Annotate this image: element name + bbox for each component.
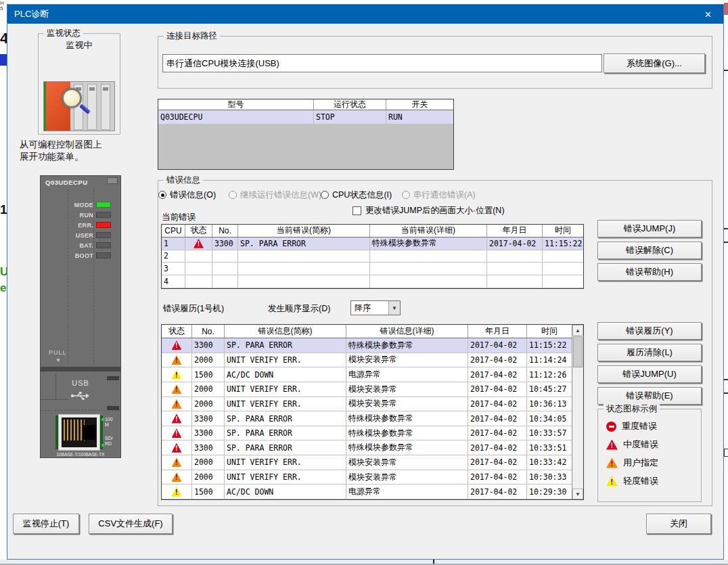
cell-status xyxy=(162,397,192,411)
history-help-button[interactable]: 错误帮助(E) xyxy=(597,387,702,405)
error-clear-button[interactable]: 错误解除(C) xyxy=(597,242,702,259)
cell-error-name: SP. PARA ERROR xyxy=(225,338,346,353)
error-history-row[interactable]: 3300SP. PARA ERROR特殊模块参数异常2017-04-0210:3… xyxy=(162,426,573,441)
error-history-row[interactable]: 3300SP. PARA ERROR特殊模块参数异常2017-04-0211:1… xyxy=(162,338,573,353)
plc-module-graphic[interactable]: Q03UDECPU MODERUNERR.USERBAT.BOOT PULL ▼… xyxy=(40,175,121,458)
cell-no: 3300 xyxy=(192,440,225,455)
current-error-row[interactable]: 3 xyxy=(162,263,583,275)
link-led xyxy=(101,444,104,447)
cell-run-status: STOP xyxy=(314,110,386,124)
module-row[interactable]: Q03UDECPUSTOPRUN xyxy=(158,110,453,125)
cell-error-name: AC/DC DOWN xyxy=(225,367,346,382)
close-button[interactable]: 关闭 xyxy=(646,514,711,534)
close-icon[interactable]: ✕ xyxy=(693,5,723,24)
connection-path-field[interactable]: 串行通信CPU模块连接(USB) xyxy=(162,54,602,72)
scroll-down-icon[interactable]: ▼ xyxy=(572,489,583,499)
ethernet-port xyxy=(58,414,100,451)
desktop-background: H 5 4 12 U e PLC诊断 ✕ 监视状态 监视中 xyxy=(0,0,728,565)
error-history-row[interactable]: 1500AC/DC DOWN电源异常2017-04-0211:12:26 xyxy=(162,367,573,382)
radio-icon[interactable] xyxy=(321,191,329,199)
cell-switch: RUN xyxy=(386,110,453,124)
current-error-row[interactable]: 4 xyxy=(162,275,583,288)
scrollbar-thumb[interactable] xyxy=(573,336,583,367)
current-error-buttons: 错误JUMP(J)错误解除(C)错误帮助(H) xyxy=(597,220,702,285)
link-led xyxy=(101,418,104,421)
cell-status xyxy=(162,411,192,426)
window-title: PLC诊断 xyxy=(7,8,49,20)
column-header: 时间 xyxy=(543,225,583,237)
ethernet-tab xyxy=(83,425,95,440)
error-jump-button[interactable]: 错误JUMP(J) xyxy=(597,220,702,238)
ethernet-jack xyxy=(62,417,97,447)
cell-status xyxy=(162,426,192,440)
title-bar[interactable]: PLC诊断 ✕ xyxy=(7,5,723,24)
error-history-row[interactable]: 2000UNIT VERIFY ERR.模块安装异常2017-04-0210:4… xyxy=(162,382,573,397)
cell-time xyxy=(543,250,583,263)
radio-option-3[interactable]: CPU状态信息(I) xyxy=(321,189,392,200)
cell-date: 2017-04-02 xyxy=(468,382,527,397)
user-specified-icon xyxy=(172,457,182,467)
led-row: RUN xyxy=(41,212,111,218)
chevron-down-icon[interactable]: ▼ xyxy=(388,301,400,315)
medium-error-icon xyxy=(606,440,618,450)
current-error-row[interactable]: 2 xyxy=(162,250,583,263)
bg-tick xyxy=(724,228,728,229)
checkbox-box[interactable] xyxy=(352,206,361,215)
cell-no: 2000 xyxy=(192,455,225,470)
system-image-button[interactable]: 系统图像(G)... xyxy=(604,53,705,73)
error-history-row[interactable]: 2000UNIT VERIFY ERR.模块安装异常2017-04-0211:1… xyxy=(162,353,573,368)
bg-fragment-text: H 5 xyxy=(0,1,4,12)
error-history-row[interactable]: 3300SP. PARA ERROR特殊模块参数异常2017-04-0210:3… xyxy=(162,411,573,426)
medium-error-icon xyxy=(172,443,182,453)
order-display-label: 发生顺序显示(D) xyxy=(268,303,330,315)
monitor-stop-button[interactable]: 监视停止(T) xyxy=(13,514,79,534)
cell-date xyxy=(487,263,543,275)
cell-time: 10:33:51 xyxy=(527,440,572,455)
connection-target-group-label: 连接目标路径 xyxy=(164,31,220,41)
error-history-row[interactable]: 2000UNIT VERIFY ERR.模块安装异常2017-04-0210:3… xyxy=(162,470,573,485)
error-history-row[interactable]: 1500AC/DC DOWN电源异常2017-04-0210:29:30 xyxy=(162,484,573,499)
column-header: 状态 xyxy=(185,225,212,237)
legend-item: 中度错误 xyxy=(606,438,658,451)
radio-label: CPU状态信息(I) xyxy=(332,189,392,201)
error-history-row[interactable]: 2000UNIT VERIFY ERR.模块安装异常2017-04-0210:3… xyxy=(162,397,573,412)
cell-cpu: 2 xyxy=(162,250,185,263)
background-bottom-strip xyxy=(0,560,728,565)
scroll-up-icon[interactable]: ▲ xyxy=(572,325,583,336)
cell-no: 2000 xyxy=(192,397,225,411)
radio-icon[interactable] xyxy=(158,191,166,199)
led-label: BAT. xyxy=(79,242,93,249)
order-combobox-value: 降序 xyxy=(351,301,388,315)
column-header: 年月日 xyxy=(487,225,543,237)
cell-time: 10:33:57 xyxy=(527,426,572,440)
cell-error-detail xyxy=(370,250,487,263)
cell-time: 10:36:13 xyxy=(527,397,572,411)
error-info-group-label: 错误信息 xyxy=(164,175,203,185)
radio-option-1[interactable]: 错误信息(O) xyxy=(158,189,216,200)
error-history-row[interactable]: 2000UNIT VERIFY ERR.模块安装异常2017-04-0210:3… xyxy=(162,455,573,470)
history-clear-button[interactable]: 履历清除(L) xyxy=(597,344,702,361)
cell-no: 3300 xyxy=(192,411,225,426)
cell-status xyxy=(162,367,192,382)
cell-error-detail: 模块安装异常 xyxy=(346,353,468,367)
column-header: 时间 xyxy=(527,325,572,338)
column-header: 当前错误(详细) xyxy=(370,225,487,237)
minor-error-icon xyxy=(606,476,618,487)
cell-date xyxy=(487,250,543,263)
legend-label: 中度错误 xyxy=(623,438,658,451)
history-jump-button[interactable]: 错误JUMP(U) xyxy=(597,365,702,383)
current-error-row[interactable]: 13300SP. PARA ERROR特殊模块参数异常2017-04-0211:… xyxy=(162,238,583,250)
usb-icon xyxy=(70,391,89,403)
history-buttons: 错误履历(Y)履历清除(L)错误JUMP(U)错误帮助(E) xyxy=(597,322,702,409)
error-history-row[interactable]: 3300SP. PARA ERROR特殊模块参数异常2017-04-0210:3… xyxy=(162,440,573,455)
error-help-button[interactable]: 错误帮助(H) xyxy=(597,263,702,281)
current-errors-table: CPU状态No.当前错误(简称)当前错误(详细)年月日时间13300SP. PA… xyxy=(161,224,584,289)
cell-status xyxy=(162,338,192,353)
column-header: 错误信息(简称) xyxy=(225,325,346,338)
csv-generate-button[interactable]: CSV文件生成(F) xyxy=(89,514,173,534)
order-combobox[interactable]: 降序 ▼ xyxy=(350,300,401,315)
jump-resize-checkbox[interactable]: 更改错误JUMP后的画面大小·位置(N) xyxy=(352,205,505,217)
column-header: No. xyxy=(192,325,225,338)
error-history-table: 状态No.错误信息(简称)错误信息(详细)年月日时间3300SP. PARA E… xyxy=(161,324,584,500)
history-button[interactable]: 错误履历(Y) xyxy=(597,322,702,340)
